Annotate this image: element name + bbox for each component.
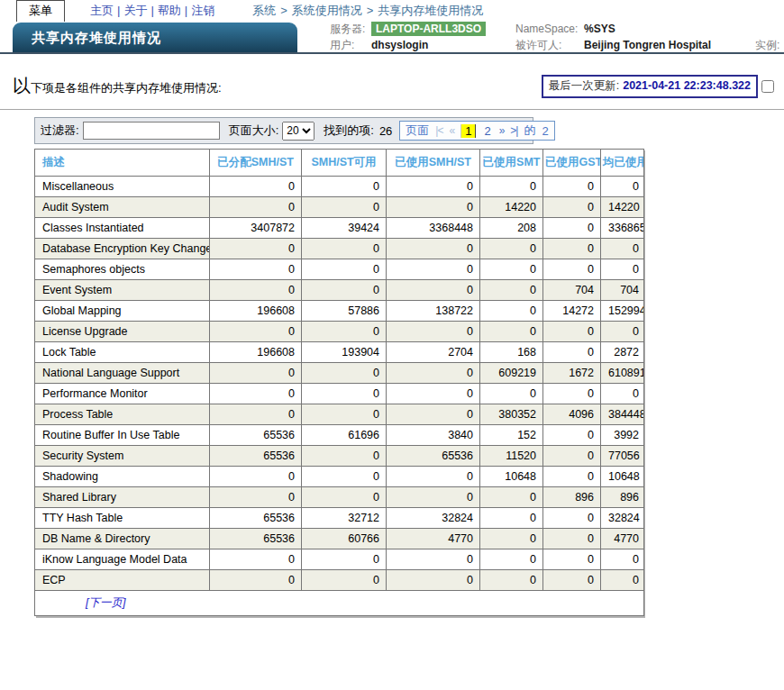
row-value: 0 xyxy=(210,384,302,404)
row-value: 0 xyxy=(601,239,644,259)
column-header-5: 已使用SMT xyxy=(480,150,543,177)
page-number-1[interactable]: 1 xyxy=(460,124,476,138)
row-value: 380352 xyxy=(480,404,543,425)
row-label: Shadowing xyxy=(35,467,210,487)
row-value: 0 xyxy=(387,549,480,570)
table-row: Shadowing00010648010648 xyxy=(35,467,644,487)
breadcrumb-item-2[interactable]: 系统使用情况 xyxy=(292,4,362,17)
row-value: 0 xyxy=(210,197,302,218)
row-value: 0 xyxy=(543,446,601,467)
row-value: 0 xyxy=(302,384,387,404)
row-value: 4770 xyxy=(387,529,480,549)
row-value: 0 xyxy=(543,570,601,591)
table-row: iKnow Language Model Data000000 xyxy=(35,549,644,570)
row-value: 0 xyxy=(302,549,387,570)
top-bar: 菜单 主页|关于|帮助|注销 系统>系统使用情况>共享内存堆使用情况 xyxy=(0,0,784,22)
column-header-7: 均已使用 xyxy=(601,150,644,177)
row-value: 609219 xyxy=(480,363,543,384)
row-value: 39424 xyxy=(302,218,387,239)
row-label: TTY Hash Table xyxy=(35,508,210,529)
row-value: 0 xyxy=(387,177,480,197)
row-value: 14272 xyxy=(543,301,601,322)
row-value: 0 xyxy=(302,570,387,591)
row-value: 0 xyxy=(480,301,543,322)
row-value: 0 xyxy=(543,549,601,570)
header-divider xyxy=(0,52,784,54)
row-value: 0 xyxy=(543,425,601,446)
first-page-icon[interactable]: |< xyxy=(435,124,442,137)
row-value: 0 xyxy=(302,197,387,218)
found-items-label: 找到的项: xyxy=(324,123,374,139)
row-value: 0 xyxy=(210,487,302,508)
table-row: Database Encryption Key Change000000 xyxy=(35,239,644,259)
row-value: 65536 xyxy=(387,446,480,467)
top-link-4[interactable]: 注销 xyxy=(191,4,214,17)
row-label: Miscellaneous xyxy=(35,177,210,197)
intro-row: 以下项是各组件的共享内存堆使用情况: 最后一次更新:2021-04-21 22:… xyxy=(13,74,777,98)
next-page-icon[interactable]: » xyxy=(499,124,505,137)
row-label: Routine Buffer In Use Table xyxy=(35,425,210,446)
prev-page-icon[interactable]: « xyxy=(449,124,454,137)
row-value: 0 xyxy=(302,446,387,467)
last-update-timestamp: 2021-04-21 22:23:48.322 xyxy=(623,79,751,92)
row-value: 704 xyxy=(601,280,644,301)
top-link-3[interactable]: 帮助 xyxy=(158,4,181,17)
row-value: 0 xyxy=(543,467,601,487)
row-value: 1672 xyxy=(543,363,601,384)
row-value: 0 xyxy=(210,467,302,487)
licensee-value: Beijing Tongren Hospital xyxy=(584,39,755,51)
next-page-link[interactable]: [下一页] xyxy=(86,596,125,609)
breadcrumb-item-1[interactable]: 系统 xyxy=(252,4,276,17)
usage-table: 描述已分配SMH/STSMH/ST可用已使用SMH/ST已使用SMT已使用GST… xyxy=(34,149,644,616)
page-size-label: 页面大小: xyxy=(229,123,279,139)
row-value: 10648 xyxy=(601,467,644,487)
row-value: 0 xyxy=(601,570,644,591)
namespace-label: NameSpace: xyxy=(515,23,584,35)
row-value: 0 xyxy=(543,322,601,342)
row-value: 0 xyxy=(543,218,601,239)
row-value: 152 xyxy=(480,425,543,446)
user-label: 用户: xyxy=(330,39,371,51)
row-value: 152994 xyxy=(601,301,644,322)
top-link-1[interactable]: 主页 xyxy=(90,4,114,17)
row-value: 0 xyxy=(480,322,543,342)
row-value: 0 xyxy=(302,467,387,487)
table-row: Security System6553606553611520077056 xyxy=(35,446,644,467)
row-value: 3840 xyxy=(387,425,480,446)
row-value: 60766 xyxy=(302,529,387,549)
table-row: Classes Instantiated34078723942433684482… xyxy=(35,218,644,239)
page-numbers: 12 xyxy=(460,124,492,138)
page-size-select[interactable]: 20 xyxy=(282,122,315,141)
filter-input[interactable] xyxy=(83,122,220,140)
row-value: 2872 xyxy=(601,342,644,363)
server-name-badge: LAPTOP-ARLL3DSO xyxy=(371,22,486,36)
intro-text: 以下项是各组件的共享内存堆使用情况: xyxy=(13,74,222,98)
table-row: Event System0000704704 xyxy=(35,280,644,301)
page-number-2[interactable]: 2 xyxy=(482,124,492,138)
row-label: Database Encryption Key Change xyxy=(35,239,210,259)
row-value: 0 xyxy=(210,363,302,384)
filter-bar: 过滤器: 页面大小: 20 找到的项: 26 页面 |< « 12 » >| 的… xyxy=(34,117,533,144)
row-label: Event System xyxy=(35,280,210,301)
column-header-1: 描述 xyxy=(35,150,210,177)
auto-refresh-checkbox[interactable] xyxy=(761,80,774,93)
row-value: 0 xyxy=(302,404,387,425)
row-value: 704 xyxy=(543,280,601,301)
row-label: License Upgrade xyxy=(35,322,210,342)
row-label: Global Mapping xyxy=(35,301,210,322)
row-value: 0 xyxy=(543,197,601,218)
row-value: 0 xyxy=(543,342,601,363)
section-divider xyxy=(0,109,784,110)
table-row: License Upgrade000000 xyxy=(35,322,644,342)
row-value: 0 xyxy=(387,487,480,508)
row-value: 32824 xyxy=(601,508,644,529)
top-link-2[interactable]: 关于 xyxy=(123,4,147,17)
menu-button[interactable]: 菜单 xyxy=(16,0,65,23)
row-value: 10648 xyxy=(480,467,543,487)
row-value: 0 xyxy=(480,177,543,197)
row-label: ECP xyxy=(35,570,210,591)
link-separator: | xyxy=(117,4,120,17)
row-value: 193904 xyxy=(302,342,387,363)
column-header-6: 已使用GST xyxy=(543,150,601,177)
last-page-icon[interactable]: >| xyxy=(510,124,517,137)
